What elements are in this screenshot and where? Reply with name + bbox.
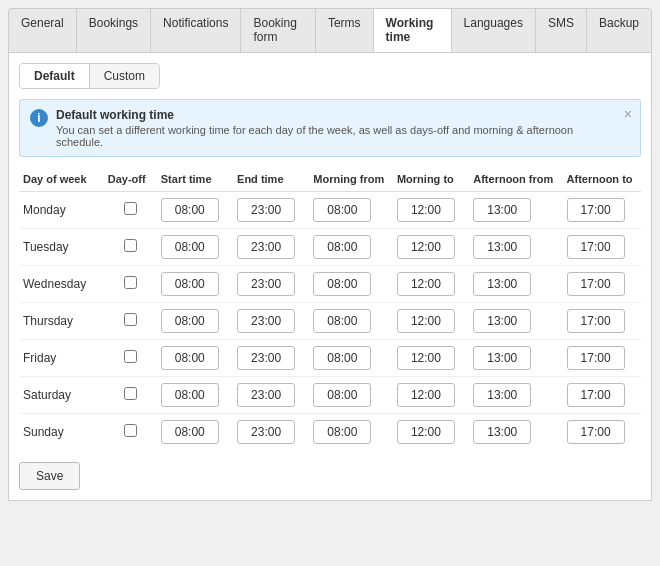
afternoon-from-input[interactable] (473, 198, 531, 222)
table-row: Wednesday (19, 266, 641, 303)
sub-tab-custom[interactable]: Custom (90, 64, 159, 88)
afternoon-from-input[interactable] (473, 272, 531, 296)
start-time-input[interactable] (161, 235, 219, 259)
afternoon-to-cell (563, 414, 641, 451)
morning-from-input[interactable] (313, 420, 371, 444)
afternoon-to-input[interactable] (567, 272, 625, 296)
end-time-input[interactable] (237, 383, 295, 407)
save-button[interactable]: Save (19, 462, 80, 490)
day-name: Tuesday (19, 229, 104, 266)
afternoon-from-cell (469, 414, 562, 451)
day-off-cell (104, 229, 157, 266)
afternoon-to-cell (563, 340, 641, 377)
end-time-input[interactable] (237, 309, 295, 333)
afternoon-to-cell (563, 303, 641, 340)
start-time-cell (157, 229, 233, 266)
morning-to-cell (393, 266, 469, 303)
afternoon-from-input[interactable] (473, 309, 531, 333)
start-time-input[interactable] (161, 309, 219, 333)
end-time-input[interactable] (237, 346, 295, 370)
start-time-input[interactable] (161, 272, 219, 296)
morning-from-input[interactable] (313, 309, 371, 333)
morning-to-input[interactable] (397, 235, 455, 259)
afternoon-from-cell (469, 229, 562, 266)
afternoon-from-cell (469, 340, 562, 377)
afternoon-from-input[interactable] (473, 383, 531, 407)
day-off-cell (104, 266, 157, 303)
header-afternoon-from: Afternoon from (469, 167, 562, 192)
morning-to-cell (393, 303, 469, 340)
morning-to-input[interactable] (397, 420, 455, 444)
afternoon-from-cell (469, 377, 562, 414)
morning-from-input[interactable] (313, 235, 371, 259)
start-time-input[interactable] (161, 198, 219, 222)
morning-to-input[interactable] (397, 309, 455, 333)
end-time-input[interactable] (237, 235, 295, 259)
morning-from-cell (309, 377, 393, 414)
top-tab-bookings[interactable]: Bookings (77, 9, 151, 52)
day-off-checkbox[interactable] (124, 350, 137, 363)
sub-tabs: DefaultCustom (19, 63, 160, 89)
end-time-input[interactable] (237, 420, 295, 444)
day-off-cell (104, 340, 157, 377)
day-off-checkbox[interactable] (124, 387, 137, 400)
top-tab-working-time[interactable]: Working time (374, 9, 452, 52)
afternoon-to-input[interactable] (567, 198, 625, 222)
info-banner: i Default working time You can set a dif… (19, 99, 641, 157)
table-row: Thursday (19, 303, 641, 340)
day-off-checkbox[interactable] (124, 239, 137, 252)
info-banner-description: You can set a different working time for… (56, 124, 616, 148)
morning-to-input[interactable] (397, 272, 455, 296)
start-time-input[interactable] (161, 383, 219, 407)
afternoon-to-cell (563, 192, 641, 229)
top-tab-general[interactable]: General (9, 9, 77, 52)
afternoon-from-input[interactable] (473, 346, 531, 370)
top-nav-tabs: GeneralBookingsNotificationsBooking form… (8, 8, 652, 52)
day-off-checkbox[interactable] (124, 202, 137, 215)
top-tab-backup[interactable]: Backup (587, 9, 651, 52)
end-time-cell (233, 377, 309, 414)
info-banner-close[interactable]: × (624, 106, 632, 122)
start-time-cell (157, 303, 233, 340)
morning-from-cell (309, 340, 393, 377)
end-time-input[interactable] (237, 198, 295, 222)
table-row: Sunday (19, 414, 641, 451)
afternoon-to-input[interactable] (567, 346, 625, 370)
top-tab-sms[interactable]: SMS (536, 9, 587, 52)
start-time-input[interactable] (161, 420, 219, 444)
afternoon-to-input[interactable] (567, 309, 625, 333)
afternoon-to-input[interactable] (567, 420, 625, 444)
top-tab-terms[interactable]: Terms (316, 9, 374, 52)
afternoon-to-cell (563, 377, 641, 414)
afternoon-from-cell (469, 192, 562, 229)
header-start-time: Start time (157, 167, 233, 192)
sub-tab-default[interactable]: Default (20, 64, 90, 88)
top-tab-booking-form[interactable]: Booking form (241, 9, 315, 52)
morning-to-input[interactable] (397, 198, 455, 222)
afternoon-from-input[interactable] (473, 235, 531, 259)
morning-to-input[interactable] (397, 383, 455, 407)
morning-from-cell (309, 414, 393, 451)
page-container: GeneralBookingsNotificationsBooking form… (0, 0, 660, 566)
day-off-checkbox[interactable] (124, 424, 137, 437)
afternoon-from-input[interactable] (473, 420, 531, 444)
end-time-cell (233, 340, 309, 377)
day-off-checkbox[interactable] (124, 313, 137, 326)
top-tab-notifications[interactable]: Notifications (151, 9, 241, 52)
morning-from-input[interactable] (313, 198, 371, 222)
start-time-input[interactable] (161, 346, 219, 370)
afternoon-to-input[interactable] (567, 383, 625, 407)
morning-to-cell (393, 414, 469, 451)
main-panel: DefaultCustom i Default working time You… (8, 52, 652, 501)
morning-from-input[interactable] (313, 383, 371, 407)
morning-to-cell (393, 340, 469, 377)
start-time-cell (157, 340, 233, 377)
day-off-checkbox[interactable] (124, 276, 137, 289)
end-time-input[interactable] (237, 272, 295, 296)
morning-from-input[interactable] (313, 272, 371, 296)
morning-from-input[interactable] (313, 346, 371, 370)
day-name: Thursday (19, 303, 104, 340)
top-tab-languages[interactable]: Languages (452, 9, 536, 52)
afternoon-to-input[interactable] (567, 235, 625, 259)
morning-to-input[interactable] (397, 346, 455, 370)
